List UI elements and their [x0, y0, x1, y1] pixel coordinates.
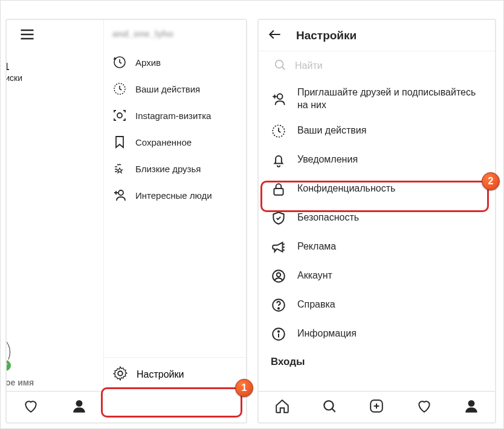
search-icon[interactable]	[321, 398, 337, 416]
svg-point-8	[117, 113, 122, 118]
screen-settings: Настройки Найти Приглашайте друзей и под…	[257, 19, 496, 424]
bottom-nav	[259, 391, 495, 422]
settings-invite-friends[interactable]: Приглашайте друзей и подписывайтесь на н…	[259, 82, 495, 117]
settings-account[interactable]: Аккаунт	[259, 262, 495, 291]
settings-label: Уведомления	[297, 153, 358, 166]
settings-label: Справка	[297, 298, 335, 311]
svg-point-17	[277, 273, 281, 277]
settings-label: Информация	[297, 327, 357, 340]
svg-point-13	[277, 94, 283, 99]
add-person-icon	[112, 188, 127, 202]
hamburger-icon[interactable]	[19, 26, 36, 45]
stat-subscriptions[interactable]: 11 Подписки	[5, 61, 31, 83]
account-icon	[271, 268, 286, 284]
svg-point-12	[276, 60, 283, 68]
section-logins: Входы	[259, 349, 495, 370]
add-person-icon	[271, 91, 286, 107]
svg-point-21	[278, 331, 279, 332]
svg-point-24	[468, 400, 474, 407]
settings-label: Аккаунт	[297, 269, 332, 282]
discover-label: Добавить свое имя	[5, 378, 34, 387]
svg-point-11	[76, 400, 83, 407]
search-placeholder: Найти	[295, 60, 323, 71]
home-icon[interactable]	[274, 398, 290, 416]
archive-icon	[112, 55, 127, 69]
profile-icon[interactable]	[71, 398, 87, 416]
bottom-nav-fragment	[7, 391, 103, 422]
svg-rect-15	[274, 189, 283, 195]
verified-check-icon: ✓	[5, 359, 12, 372]
info-icon	[271, 326, 286, 342]
settings-notifications[interactable]: Уведомления	[259, 146, 495, 175]
settings-label: Ваши действия	[297, 124, 366, 137]
screen-profile-menu: 11 Подписки ль итесь, будут офиле. о или…	[5, 19, 247, 424]
heart-icon[interactable]	[416, 398, 432, 416]
drawer-username: and_one_lyho	[104, 20, 247, 47]
nametag-icon	[112, 108, 127, 123]
settings-label: Безопасность	[297, 211, 359, 224]
shield-icon	[271, 210, 286, 226]
menu-discover-people[interactable]: Интересные люди	[104, 182, 247, 208]
page-title: Настройки	[296, 29, 357, 42]
menu-close-friends[interactable]: Близкие друзья	[104, 155, 247, 182]
settings-privacy[interactable]: Конфиденциальность	[259, 175, 495, 204]
profile-backdrop: 11 Подписки ль итесь, будут офиле. о или…	[5, 20, 103, 391]
svg-point-19	[278, 308, 279, 309]
settings-header: Настройки	[259, 20, 495, 51]
svg-point-10	[118, 371, 123, 376]
bell-icon	[271, 152, 286, 168]
megaphone-icon	[271, 239, 286, 255]
stat-number: 11	[5, 61, 31, 73]
svg-point-22	[325, 401, 334, 410]
settings-label: Приглашайте друзей и подписывайтесь на н…	[297, 86, 483, 112]
menu-activity[interactable]: Ваши действия	[104, 76, 247, 102]
menu-label: Сохраненное	[135, 137, 192, 147]
search-field[interactable]: Найти	[259, 51, 495, 80]
menu-archive[interactable]: Архив	[104, 49, 247, 76]
annotation-badge-2: 2	[482, 172, 500, 190]
settings-label: Конфиденциальность	[297, 182, 395, 195]
lock-icon	[271, 181, 286, 197]
svg-point-9	[118, 190, 123, 195]
heart-icon[interactable]	[23, 398, 39, 416]
new-post-icon[interactable]	[369, 398, 384, 416]
gear-icon	[112, 366, 128, 384]
empty-state-text: итесь, будут офиле.	[5, 233, 37, 258]
stat-label: Подписки	[5, 73, 31, 83]
profile-icon[interactable]	[464, 398, 479, 416]
activity-icon	[271, 123, 286, 139]
search-icon	[273, 58, 286, 74]
discover-avatar[interactable]: ✓	[5, 334, 10, 370]
settings-label: Настройки	[137, 369, 184, 380]
bookmark-icon	[112, 135, 127, 149]
menu-label: Интересные люди	[135, 190, 212, 201]
menu-label: Архив	[135, 57, 161, 68]
settings-ads[interactable]: Реклама	[259, 233, 495, 262]
menu-label: Instagram-визитка	[135, 111, 211, 121]
settings-about[interactable]: Информация	[259, 320, 495, 349]
settings-security[interactable]: Безопасность	[259, 204, 495, 233]
close-friends-icon	[112, 161, 127, 176]
settings-activity[interactable]: Ваши действия	[259, 117, 495, 146]
back-icon[interactable]	[267, 27, 283, 45]
help-icon	[271, 297, 286, 313]
settings-label: Реклама	[297, 240, 336, 253]
menu-settings[interactable]: Настройки	[104, 357, 247, 391]
menu-label: Близкие друзья	[135, 164, 201, 174]
annotation-badge-1: 1	[235, 379, 253, 397]
menu-saved[interactable]: Сохраненное	[104, 129, 247, 155]
menu-nametag[interactable]: Instagram-визитка	[104, 102, 247, 129]
activity-icon	[112, 82, 127, 96]
settings-help[interactable]: Справка	[259, 291, 495, 320]
side-drawer: and_one_lyho Архив Ваши действия Instagr…	[103, 20, 247, 391]
menu-label: Ваши действия	[135, 84, 200, 94]
